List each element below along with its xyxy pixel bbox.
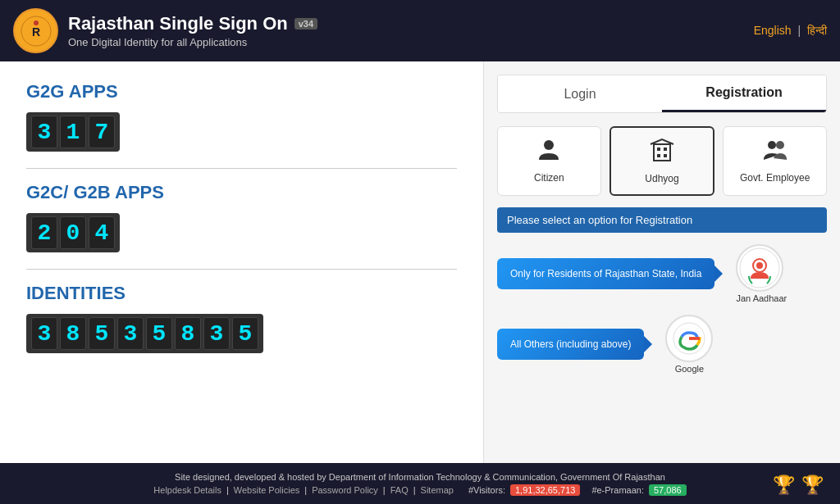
trophy-icon-2: 🏆 [801,474,824,496]
svg-point-13 [756,262,763,269]
g2c-title: G2C/ G2B APPS [26,182,457,203]
password-policy-link[interactable]: Password Policy [312,485,378,495]
divider-2 [26,269,457,270]
google-logo[interactable] [665,315,713,362]
main-content: G2G APPS 3 1 7 G2C/ G2B APPS 2 0 4 IDENT… [0,61,840,463]
google-label: Google [665,364,713,374]
trophy-icon-1: 🏆 [773,474,795,496]
left-panel: G2G APPS 3 1 7 G2C/ G2B APPS 2 0 4 IDENT… [0,61,484,463]
svg-point-9 [768,141,776,149]
visitors-count: 1,91,32,65,713 [510,484,580,496]
id-digit-6: 3 [203,317,230,350]
helpdesk-link[interactable]: Helpdesk Details [153,485,221,495]
id-digit-3: 3 [117,317,144,350]
status-bar: Please select an option for Registration [497,207,827,233]
epramaan-count: 57,086 [649,484,687,496]
faq-link[interactable]: FAQ [390,485,409,495]
svg-point-2 [34,20,39,25]
footer: Site designed, developed & hosted by Dep… [0,463,840,504]
g2g-counter: 3 1 7 [26,112,120,152]
tab-registration[interactable]: Registration [662,75,826,112]
lang-english[interactable]: English [754,24,792,37]
footer-links: Helpdesk Details | Website Policies | Pa… [153,484,686,496]
g2c-counter: 2 0 4 [26,213,120,252]
login-register-tabs: Login Registration [497,75,827,113]
version-badge: v34 [294,18,317,30]
jan-aadhaar-button[interactable]: Only for Residents of Rajasthan State, I… [497,258,714,289]
g2c-digit-2: 4 [89,216,115,249]
status-message: Please select an option for Registration [507,214,692,226]
udhyog-icon [618,138,707,170]
svg-text:R: R [31,25,39,39]
g2g-digit-1: 1 [60,116,86,148]
g2g-title: G2G APPS [26,81,457,102]
svg-rect-8 [664,154,667,157]
google-button[interactable]: All Others (including above) [497,329,644,360]
lang-hindi[interactable]: हिन्दी [807,24,827,37]
jan-aadhaar-label: Jan Aadhaar [736,293,787,303]
reg-option-udhyog[interactable]: Udhyog [609,126,715,196]
g2c-digit-1: 0 [60,216,86,249]
govt-employee-icon [730,137,819,169]
epramaan-label: #e-Pramaan: [591,485,644,495]
site-subtitle: One Digital Identity for all Application… [68,36,317,48]
govt-employee-label: Govt. Employee [740,172,810,184]
svg-rect-5 [657,148,660,151]
visitors-label: #Visitors: [468,485,505,495]
header: R Rajasthan Single Sign On v34 One Digit… [0,0,840,61]
g2g-section: G2G APPS 3 1 7 [26,81,457,152]
right-panel: Login Registration Citizen [484,61,840,463]
identities-title: IDENTITIES [26,283,457,304]
id-digit-7: 5 [232,317,258,350]
id-digit-0: 3 [31,317,57,350]
site-title: Rajasthan Single Sign On [68,13,288,34]
udhyog-label: Udhyog [645,173,678,184]
g2c-digit-0: 2 [31,216,57,249]
svg-rect-4 [654,144,670,161]
tab-login[interactable]: Login [498,75,662,112]
id-digit-4: 5 [146,317,172,350]
reg-option-citizen[interactable]: Citizen [497,126,601,196]
footer-line1: Site designed, developed & hosted by Dep… [175,472,665,482]
id-digit-5: 8 [175,317,201,350]
google-choice: All Others (including above) Google [497,315,827,374]
svg-rect-7 [657,154,660,157]
id-digit-2: 5 [89,317,115,350]
website-policies-link[interactable]: Website Policies [234,485,300,495]
citizen-icon [504,137,594,169]
jan-aadhaar-choice: Only for Residents of Rajasthan State, I… [497,244,827,303]
svg-rect-6 [664,148,667,151]
header-title: Rajasthan Single Sign On v34 One Digital… [68,13,317,48]
svg-point-3 [544,140,554,150]
divider-1 [26,168,457,169]
g2g-digit-0: 3 [31,116,57,148]
registration-options: Citizen Udhyog [497,126,827,196]
sitemap-link[interactable]: Sitemap [421,485,454,495]
jan-aadhaar-logo[interactable] [736,244,783,292]
g2c-section: G2C/ G2B APPS 2 0 4 [26,182,457,252]
g2g-digit-2: 7 [89,116,115,148]
citizen-label: Citizen [534,172,564,184]
reg-option-govt-employee[interactable]: Govt. Employee [723,126,827,196]
identities-section: IDENTITIES 3 8 5 3 5 8 3 5 [26,283,457,353]
logo: R [13,8,58,53]
language-switcher[interactable]: English | हिन्दी [754,24,827,38]
svg-point-10 [776,141,784,149]
id-digit-1: 8 [60,317,86,350]
identities-counter: 3 8 5 3 5 8 3 5 [26,314,263,353]
header-left: R Rajasthan Single Sign On v34 One Digit… [13,8,317,53]
trophy-area: 🏆 🏆 [773,474,824,496]
